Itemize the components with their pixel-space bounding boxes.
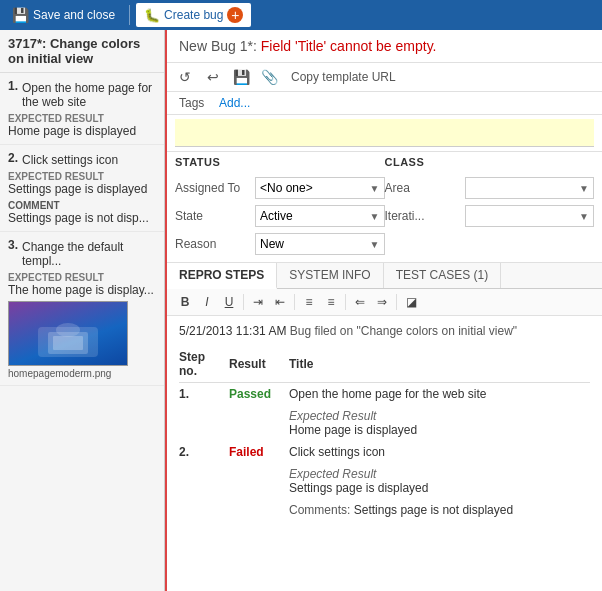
refresh-icon[interactable]: ↺	[175, 67, 195, 87]
step-number: 3.	[8, 238, 18, 268]
bug-filed-text: Bug filed on "Change colors on initial v…	[290, 324, 517, 338]
state-value: Active	[260, 209, 293, 223]
bug-title-row: New Bug 1*: Field 'Title' cannot be empt…	[179, 38, 590, 54]
save-small-icon[interactable]: 💾	[231, 67, 251, 87]
chevron-down-icon: ▼	[370, 183, 380, 194]
comment-label: Comments:	[289, 503, 350, 517]
toolbar-divider	[129, 5, 130, 25]
comment-row: Comments: Settings page is not displayed	[289, 499, 590, 521]
main-area: 3717*: Change colors on initial view 1. …	[0, 30, 602, 591]
col-step-no: Step no.	[179, 346, 229, 383]
svg-point-2	[56, 323, 80, 337]
col-title: Title	[289, 346, 590, 383]
tab-repro-steps[interactable]: REPRO STEPS	[167, 263, 277, 289]
step-no-cell: 2.	[179, 441, 229, 521]
expected-value: Settings page is displayed	[289, 481, 428, 495]
step-action: Open the home page for the web site	[22, 81, 156, 109]
title-cell: Open the home page for the web site	[289, 383, 590, 406]
italic-button[interactable]: I	[197, 292, 217, 312]
assigned-to-row: Assigned To <No one> ▼	[175, 174, 385, 202]
title-cell: Click settings icon	[289, 441, 590, 463]
chevron-down-icon: ▼	[579, 183, 589, 194]
expected-label: EXPECTED RESULT	[8, 113, 156, 124]
bug-filed-date: 5/21/2013 11:31 AM	[179, 324, 286, 338]
save-and-close-button[interactable]: 💾 Save and close	[4, 3, 123, 27]
reason-label: Reason	[175, 237, 255, 251]
tabs-row: REPRO STEPS SYSTEM INFO TEST CASES (1)	[167, 263, 602, 289]
expected-result-row: Expected Result Settings page is display…	[289, 463, 590, 499]
step-item: 3. Change the default templ... EXPECTED …	[0, 232, 164, 386]
rte-divider	[345, 294, 346, 310]
title-input[interactable]	[175, 119, 594, 147]
underline-button[interactable]: U	[219, 292, 239, 312]
bold-button[interactable]: B	[175, 292, 195, 312]
copy-template-link[interactable]: Copy template URL	[291, 70, 396, 84]
tags-add-button[interactable]: Add...	[219, 96, 250, 110]
step-item: 1. Open the home page for the web site E…	[0, 73, 164, 145]
comment-label: COMMENT	[8, 200, 156, 211]
align-left-button[interactable]: ⇐	[350, 292, 370, 312]
bug-title-error-msg: Field 'Title' cannot be empty.	[261, 38, 437, 54]
right-fields: Area ▼ Iterati... ▼	[385, 174, 595, 258]
create-bug-button[interactable]: 🐛 Create bug +	[136, 3, 251, 27]
save-label: Save and close	[33, 8, 115, 22]
reason-value: New	[260, 237, 284, 251]
step-no-cell: 1.	[179, 383, 229, 442]
plus-icon: +	[227, 7, 243, 23]
toolbar: 💾 Save and close 🐛 Create bug +	[0, 0, 602, 30]
chevron-down-icon: ▼	[579, 211, 589, 222]
result-passed: Passed	[229, 387, 271, 401]
rte-toolbar: B I U ⇥ ⇤ ≡ ≡ ⇐ ⇒ ◪	[167, 289, 602, 316]
left-panel: 3717*: Change colors on initial view 1. …	[0, 30, 165, 591]
table-row: 2. Failed Click settings icon	[179, 441, 590, 463]
iteration-select[interactable]: ▼	[465, 205, 595, 227]
expected-label: Expected Result	[289, 409, 376, 423]
step-action: Click settings icon	[22, 153, 118, 167]
table-row: 1. Passed Open the home page for the web…	[179, 383, 590, 406]
assigned-to-select[interactable]: <No one> ▼	[255, 177, 385, 199]
insert-image-button[interactable]: ◪	[401, 292, 421, 312]
chevron-down-icon: ▼	[370, 239, 380, 250]
rte-divider	[294, 294, 295, 310]
state-label: State	[175, 209, 255, 223]
comment-value: Settings page is not disp...	[8, 211, 156, 225]
left-fields: Assigned To <No one> ▼ State Active ▼	[175, 174, 385, 258]
bug-filed-line: 5/21/2013 11:31 AM Bug filed on "Change …	[179, 324, 590, 338]
area-select[interactable]: ▼	[465, 177, 595, 199]
bug-header: New Bug 1*: Field 'Title' cannot be empt…	[167, 30, 602, 63]
tab-system-info[interactable]: SYSTEM INFO	[277, 263, 383, 288]
reason-select[interactable]: New ▼	[255, 233, 385, 255]
expected-value: Home page is displayed	[8, 124, 156, 138]
status-grid: Assigned To <No one> ▼ State Active ▼	[167, 170, 602, 262]
step-number: 2.	[8, 151, 18, 167]
result-cell: Failed	[229, 441, 289, 521]
step-action: Change the default templ...	[22, 240, 156, 268]
step-image	[8, 301, 128, 366]
expected-label: EXPECTED RESULT	[8, 272, 156, 283]
bug-report-content: 5/21/2013 11:31 AM Bug filed on "Change …	[167, 316, 602, 529]
tab-test-cases[interactable]: TEST CASES (1)	[384, 263, 501, 288]
align-right-button[interactable]: ⇒	[372, 292, 392, 312]
outdent-button[interactable]: ⇤	[270, 292, 290, 312]
attachment-icon[interactable]: 📎	[259, 67, 279, 87]
state-select[interactable]: Active ▼	[255, 205, 385, 227]
expected-value: The home page is display...	[8, 283, 156, 297]
assigned-to-value: <No one>	[260, 181, 313, 195]
step-number: 1.	[8, 79, 18, 109]
col-result: Result	[229, 346, 289, 383]
rte-divider	[243, 294, 244, 310]
indent-button[interactable]: ⇥	[248, 292, 268, 312]
undo-icon[interactable]: ↩	[203, 67, 223, 87]
tags-row: Tags Add...	[167, 92, 602, 115]
expected-value: Settings page is displayed	[8, 182, 156, 196]
expected-label: Expected Result	[289, 467, 376, 481]
result-failed: Failed	[229, 445, 264, 459]
iteration-row: Iterati... ▼	[385, 202, 595, 230]
class-header: CLASS	[385, 156, 595, 168]
expected-value: Home page is displayed	[289, 423, 417, 437]
bullet-list-button[interactable]: ≡	[299, 292, 319, 312]
chevron-down-icon: ▼	[370, 211, 380, 222]
bug-title-prefix: New Bug 1*:	[179, 38, 257, 54]
reason-row: Reason New ▼	[175, 230, 385, 258]
number-list-button[interactable]: ≡	[321, 292, 341, 312]
